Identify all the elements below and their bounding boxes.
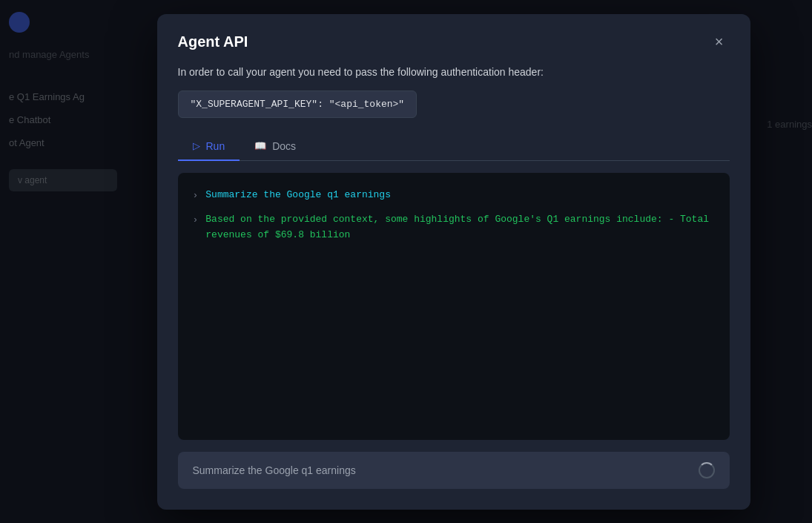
terminal-query: Summarize the Google q1 earnings — [205, 188, 391, 203]
tab-run[interactable]: ▷ Run — [178, 133, 240, 161]
modal-body: In order to call your agent you need to … — [157, 65, 750, 510]
run-icon: ▷ — [193, 140, 200, 151]
chat-input[interactable] — [193, 464, 690, 476]
chevron-icon-2: › — [193, 213, 199, 228]
tab-docs-label: Docs — [272, 140, 296, 152]
chevron-icon-1: › — [193, 188, 199, 204]
tab-docs[interactable]: 📖 Docs — [240, 133, 311, 161]
modal-header: Agent API × — [157, 14, 750, 65]
modal-description: In order to call your agent you need to … — [178, 65, 730, 80]
loading-spinner — [699, 462, 715, 478]
agent-api-modal: Agent API × In order to call your agent … — [157, 14, 750, 510]
modal-title: Agent API — [178, 33, 248, 50]
modal-close-button[interactable]: × — [709, 32, 730, 53]
docs-icon: 📖 — [254, 140, 266, 151]
api-key-snippet: "X_SUPERAGENT_API_KEY": "<api_token>" — [178, 91, 417, 118]
chat-input-area — [178, 452, 730, 489]
terminal-line-1: › Summarize the Google q1 earnings — [193, 188, 715, 204]
modal-tabs: ▷ Run 📖 Docs — [178, 133, 730, 161]
terminal-line-2: › Based on the provided context, some hi… — [193, 212, 715, 243]
api-key-text: "X_SUPERAGENT_API_KEY": "<api_token>" — [191, 99, 405, 110]
terminal-output: › Summarize the Google q1 earnings › Bas… — [178, 173, 730, 440]
terminal-response: Based on the provided context, some high… — [205, 212, 714, 243]
tab-run-label: Run — [206, 140, 225, 152]
